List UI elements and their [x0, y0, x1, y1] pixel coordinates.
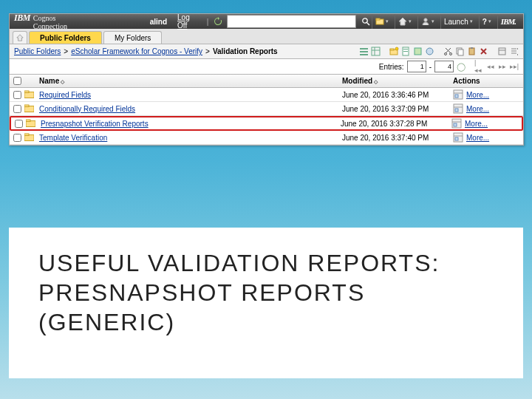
row-checkbox[interactable] [15, 120, 23, 128]
folder-icon [24, 104, 34, 112]
row-modified: June 20, 2016 3:37:09 PM [342, 105, 453, 113]
col-actions: Actions [453, 77, 523, 85]
breadcrumb-public[interactable]: Public Folders [14, 47, 61, 55]
chevron-down-icon: ▾ [488, 18, 491, 24]
folder-icon [26, 119, 35, 127]
new-page-icon[interactable] [401, 47, 411, 56]
slide-title: USEFUL VALIDATION REPORTS: PRESNAPSHOT R… [30, 241, 502, 344]
table-row: Conditionally Required FieldsJune 20, 20… [10, 102, 523, 116]
row-name-link[interactable]: Template Verification [39, 134, 107, 142]
svg-rect-35 [455, 95, 458, 98]
row-modified: June 20, 2016 3:37:40 PM [342, 134, 453, 142]
help-menu[interactable]: ? ▾ [479, 14, 494, 29]
user-menu[interactable]: ▾ [417, 14, 437, 29]
row-name-link[interactable]: Presnapshot Verification Reports [41, 120, 149, 128]
svg-point-21 [445, 53, 447, 55]
svg-rect-24 [458, 50, 463, 55]
select-all-checkbox[interactable] [13, 77, 21, 85]
entries-circle-icon[interactable]: ◯ [457, 62, 466, 72]
svg-rect-6 [360, 51, 368, 52]
row-checkbox[interactable] [13, 105, 21, 113]
launch-menu[interactable]: Launch ▾ [440, 14, 476, 29]
svg-rect-50 [455, 137, 458, 140]
home-tab-icon[interactable] [13, 31, 27, 44]
folder-menu[interactable]: ▾ [372, 14, 392, 29]
paste-icon[interactable] [467, 47, 477, 56]
svg-point-13 [395, 47, 398, 50]
ibm-logo: IBM. [497, 14, 519, 29]
tabs-row: Public Folders My Folders [10, 29, 523, 44]
list-view-icon[interactable] [359, 47, 369, 56]
col-modified[interactable]: Modified◇ [342, 77, 453, 85]
svg-rect-37 [24, 105, 29, 107]
table-row: Required FieldsJune 20, 2016 3:36:46 PMM… [10, 88, 523, 102]
svg-rect-12 [390, 49, 394, 50]
new-job-icon[interactable] [425, 47, 434, 56]
chevron-down-icon: ▾ [409, 18, 412, 24]
more-link[interactable]: More... [466, 105, 489, 113]
more-link[interactable]: More... [466, 134, 489, 142]
slide: IBM Cognos Connection alind Log Off | ▾ [0, 0, 532, 399]
cognos-window: IBM Cognos Connection alind Log Off | ▾ [9, 13, 524, 146]
svg-rect-42 [26, 120, 30, 122]
svg-rect-8 [372, 47, 380, 55]
new-folder-icon[interactable] [389, 47, 399, 56]
folder-icon [24, 133, 34, 141]
order-icon[interactable] [509, 47, 519, 56]
tab-public-folders[interactable]: Public Folders [29, 31, 102, 44]
svg-rect-16 [403, 51, 408, 52]
more-link[interactable]: More... [465, 120, 488, 128]
entries-to[interactable] [434, 61, 454, 72]
pager-prev-icon[interactable]: ◂◂ [486, 62, 495, 71]
entries-from[interactable] [407, 61, 426, 72]
svg-rect-32 [24, 91, 29, 93]
username: alind [144, 18, 173, 26]
svg-rect-45 [454, 123, 457, 126]
svg-rect-15 [403, 49, 408, 50]
entries-label: Entries: [379, 63, 404, 71]
breadcrumb-row: Public Folders > eScholar Framework for … [10, 44, 523, 59]
table-row: Presnapshot Verification ReportsJune 20,… [10, 116, 523, 131]
pager-next-icon[interactable]: ▸▸ [498, 62, 507, 71]
delete-icon[interactable] [479, 47, 488, 56]
search-input[interactable] [227, 15, 356, 28]
pager-first-icon[interactable]: |◂◂ [474, 62, 483, 71]
table-header: Name◇ Modified◇ Actions [10, 75, 523, 88]
sort-icon: ◇ [374, 79, 378, 84]
copy-icon[interactable] [455, 47, 465, 56]
svg-line-1 [367, 23, 369, 25]
detail-view-icon[interactable] [371, 47, 381, 56]
logoff-link[interactable]: Log Off [173, 13, 204, 30]
properties-icon[interactable] [453, 132, 463, 143]
row-name-link[interactable]: Required Fields [39, 91, 91, 99]
svg-rect-47 [24, 134, 29, 136]
properties-icon[interactable] [453, 89, 463, 100]
cut-icon[interactable] [443, 47, 453, 56]
row-checkbox[interactable] [13, 134, 21, 142]
entries-row: Entries: - ◯ |◂◂ ◂◂ ▸▸ ▸▸| [10, 59, 523, 75]
table-body: Required FieldsJune 20, 2016 3:36:46 PMM… [10, 88, 523, 145]
svg-rect-25 [469, 48, 474, 55]
chevron-down-icon: ▾ [386, 18, 389, 24]
more-link[interactable]: More... [466, 91, 489, 99]
home-menu[interactable]: ▾ [395, 14, 415, 29]
col-name[interactable]: Name◇ [38, 77, 342, 85]
svg-point-22 [450, 53, 452, 55]
properties-icon[interactable] [497, 47, 507, 56]
top-right: ▾ ▾ ▾ Launch ▾ ? ▾ IBM. [372, 14, 519, 29]
properties-icon[interactable] [451, 118, 462, 129]
properties-icon[interactable] [453, 103, 463, 114]
brand: IBM Cognos Connection [14, 13, 85, 30]
select-all-cell [10, 75, 24, 87]
refresh-icon[interactable] [213, 16, 222, 27]
search-icon[interactable] [361, 16, 370, 27]
svg-point-0 [362, 18, 366, 23]
row-name-link[interactable]: Conditionally Required Fields [39, 105, 135, 113]
pager-last-icon[interactable]: ▸▸| [510, 62, 519, 71]
breadcrumb-framework[interactable]: eScholar Framework for Cognos - Verify [71, 47, 202, 55]
row-modified: June 20, 2016 3:36:46 PM [342, 91, 453, 99]
tab-my-folders[interactable]: My Folders [103, 31, 162, 44]
new-report-icon[interactable] [413, 47, 423, 56]
sort-icon: ◇ [61, 79, 64, 84]
row-checkbox[interactable] [13, 91, 21, 99]
